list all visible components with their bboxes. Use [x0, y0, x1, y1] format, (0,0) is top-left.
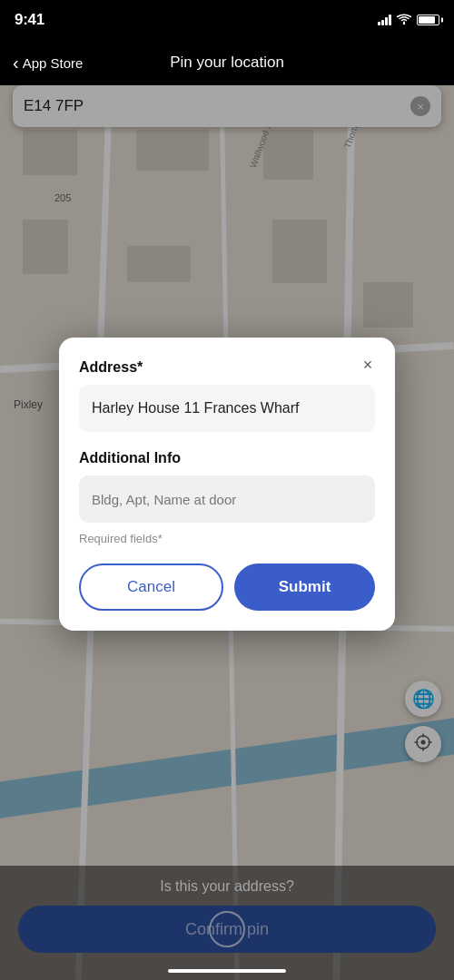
wifi-icon [397, 14, 411, 27]
signal-icon [378, 15, 391, 25]
address-field-label: Address* [79, 359, 375, 376]
status-bar: 9:41 [0, 0, 454, 40]
modal-action-buttons: Cancel Submit [79, 564, 375, 611]
nav-title: Pin your location [170, 54, 284, 72]
cancel-label: Cancel [127, 578, 175, 596]
back-button[interactable]: ‹ App Store [13, 54, 83, 72]
additional-info-label: Additional Info [79, 450, 375, 466]
required-fields-note: Required fields* [79, 532, 375, 545]
address-modal: × Address* Additional Info Required fiel… [59, 338, 395, 631]
battery-icon [417, 15, 439, 25]
address-input[interactable] [79, 385, 375, 432]
nav-bar: ‹ App Store Pin your location [0, 40, 454, 85]
status-time: 9:41 [15, 11, 44, 29]
home-indicator [168, 969, 286, 973]
additional-info-input[interactable] [79, 475, 375, 523]
back-label: App Store [23, 55, 84, 71]
status-icons [378, 14, 439, 27]
modal-close-button[interactable]: × [355, 352, 380, 377]
back-chevron-icon: ‹ [13, 54, 19, 72]
cancel-button[interactable]: Cancel [79, 564, 223, 611]
submit-button[interactable]: Submit [234, 564, 375, 611]
submit-label: Submit [279, 578, 331, 596]
close-icon: × [363, 356, 373, 375]
